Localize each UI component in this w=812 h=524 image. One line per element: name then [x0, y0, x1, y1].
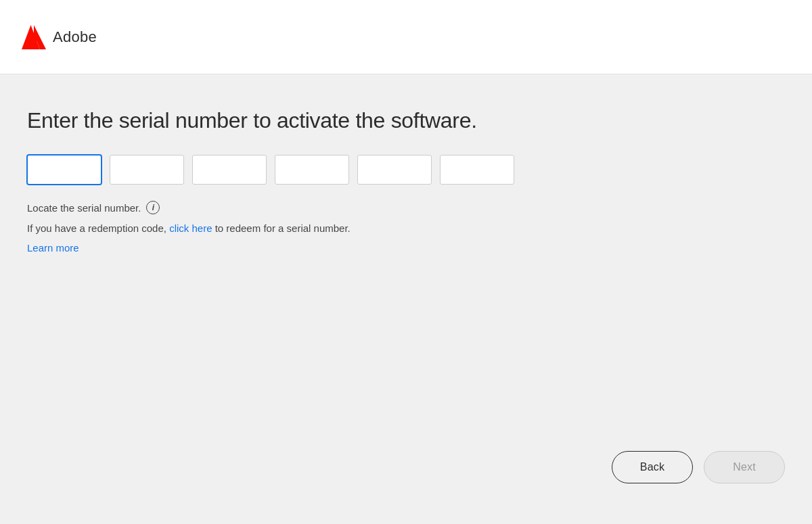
serial-input-2[interactable] — [110, 155, 184, 185]
serial-input-5[interactable] — [357, 155, 432, 185]
main-content: Enter the serial number to activate the … — [0, 74, 812, 281]
next-button: Next — [704, 451, 785, 483]
redemption-text: If you have a redemption code, click her… — [27, 221, 785, 237]
locate-serial-row: Locate the serial number. i — [27, 201, 785, 214]
learn-more-link[interactable]: Learn more — [27, 242, 785, 254]
serial-inputs — [27, 155, 785, 185]
adobe-logo-text: Adobe — [53, 28, 97, 46]
bottom-buttons: Back Next — [612, 451, 785, 483]
serial-input-4[interactable] — [275, 155, 349, 185]
back-button[interactable]: Back — [612, 451, 693, 483]
redemption-suffix: to redeem for a serial number. — [215, 222, 351, 234]
locate-serial-label: Locate the serial number. — [27, 202, 141, 214]
serial-input-3[interactable] — [192, 155, 267, 185]
redemption-prefix: If you have a redemption code, — [27, 222, 169, 234]
adobe-logo-icon — [22, 25, 46, 49]
serial-input-6[interactable] — [440, 155, 514, 185]
serial-input-1[interactable] — [27, 155, 102, 185]
info-icon[interactable]: i — [146, 201, 160, 214]
click-here-link[interactable]: click here — [169, 222, 212, 234]
page-title: Enter the serial number to activate the … — [27, 108, 785, 133]
adobe-logo: Adobe — [22, 25, 97, 49]
header: Adobe — [0, 0, 812, 74]
